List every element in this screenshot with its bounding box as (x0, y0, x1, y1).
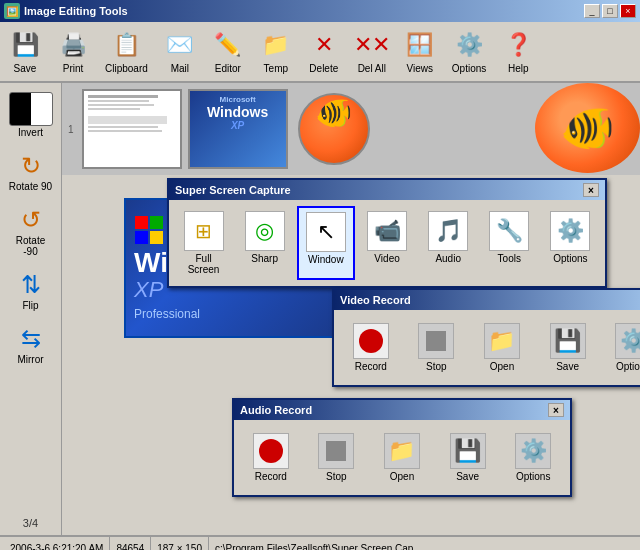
audio-dialog-title-bar: Audio Record × (234, 400, 570, 420)
video-save-label: Save (556, 361, 579, 372)
status-filesize: 84654 (110, 537, 151, 550)
audio-label: Audio (435, 253, 461, 264)
help-button[interactable]: ❓ Help (495, 26, 541, 77)
delete-icon: ✕ (308, 29, 340, 61)
options-icon: ⚙️ (453, 29, 485, 61)
views-button[interactable]: 🪟 Views (397, 26, 443, 77)
fish-image: 🐠 (535, 83, 640, 173)
mail-button[interactable]: ✉️ Mail (157, 26, 203, 77)
audio-save-button[interactable]: 💾 Save (439, 428, 497, 487)
thumbnail-3[interactable]: 🐠 (298, 93, 370, 165)
temp-label: Temp (264, 63, 288, 74)
clipboard-button[interactable]: 📋 Clipboard (98, 26, 155, 77)
delall-icon: ✕✕ (356, 29, 388, 61)
video-stop-icon (418, 323, 454, 359)
editor-button[interactable]: ✏️ Editor (205, 26, 251, 77)
video-open-icon: 📁 (484, 323, 520, 359)
content-wrapper: Invert ↻ Rotate 90 ↺ Rotate -90 ⇅ Flip ⇆… (0, 83, 640, 535)
audio-folder-icon: 📁 (388, 438, 415, 464)
tools-capture-button[interactable]: 🔧 Tools (481, 206, 538, 280)
video-stop-button[interactable]: Stop (408, 318, 466, 377)
sharp-label: Sharp (251, 253, 278, 264)
video-options-button[interactable]: ⚙️ Options (604, 318, 640, 377)
audio-save-icon: 💾 (454, 438, 481, 464)
page-indicator: 3/4 (21, 515, 40, 531)
invert-label: Invert (18, 127, 43, 138)
sharp-capture-button[interactable]: ◎ Sharp (236, 206, 293, 280)
video-open-button[interactable]: 📁 Open (473, 318, 531, 377)
options-button[interactable]: ⚙️ Options (445, 26, 493, 77)
save-icon: 💾 (9, 29, 41, 61)
temp-button[interactable]: 📁 Temp (253, 26, 299, 77)
ssc-dialog-content: ⊞ Full Screen ◎ Sharp ↖ Window 📹 Video (169, 200, 605, 286)
audio-close-button[interactable]: × (548, 403, 564, 417)
audio-options-label: Options (516, 471, 550, 482)
ssc-close-button[interactable]: × (583, 183, 599, 197)
ssc-options-capture-button[interactable]: ⚙️ Options (542, 206, 599, 280)
rotate90-label: Rotate 90 (9, 181, 52, 192)
thumbnail-1[interactable] (82, 89, 182, 169)
rotate-90-icon: ↺ (21, 206, 41, 234)
video-record-label: Record (355, 361, 387, 372)
audio-icon: 🎵 (428, 211, 468, 251)
rotate-90-tool[interactable]: ↺ Rotate -90 (5, 201, 57, 262)
close-button[interactable]: × (620, 4, 636, 18)
status-dimensions: 187 × 150 (151, 537, 209, 550)
audio-open-button[interactable]: 📁 Open (373, 428, 431, 487)
maximize-button[interactable]: □ (602, 4, 618, 18)
audio-stop-label: Stop (326, 471, 347, 482)
print-button[interactable]: 🖨️ Print (50, 26, 96, 77)
video-record-icon (353, 323, 389, 359)
invert-tool[interactable]: Invert (5, 87, 57, 143)
mirror-tool[interactable]: ⇆ Mirror (5, 320, 57, 370)
audio-record-dialog: Audio Record × Record Stop (232, 398, 572, 497)
minimize-button[interactable]: _ (584, 4, 600, 18)
thumbnail-2[interactable]: Microsoft Windows XP (188, 89, 288, 169)
audio-record-button[interactable]: Record (242, 428, 300, 487)
video-dialog-title-bar: Video Record × (334, 290, 640, 310)
editor-label: Editor (215, 63, 241, 74)
audio-options-icon: ⚙️ (515, 433, 551, 469)
invert-icon (9, 92, 53, 126)
window-capture-button[interactable]: ↖ Window (297, 206, 354, 280)
video-record-content: Record Stop 📁 Open 💾 (334, 310, 640, 385)
rotate90-icon: ↻ (21, 152, 41, 180)
video-options-label: Options (616, 361, 640, 372)
video-save-button[interactable]: 💾 Save (539, 318, 597, 377)
audio-record-circle-icon (259, 439, 283, 463)
super-screen-capture-dialog: Super Screen Capture × ⊞ Full Screen ◎ S… (167, 178, 607, 288)
flip-tool[interactable]: ⇅ Flip (5, 266, 57, 316)
page-number: 1 (66, 122, 76, 137)
title-bar-left: 🖼️ Image Editing Tools (4, 3, 128, 19)
fullscreen-capture-button[interactable]: ⊞ Full Screen (175, 206, 232, 280)
print-icon: 🖨️ (57, 29, 89, 61)
audio-open-icon: 📁 (384, 433, 420, 469)
audio-title: Audio Record (240, 404, 312, 416)
audio-options-button[interactable]: ⚙️ Options (504, 428, 562, 487)
mail-label: Mail (171, 63, 189, 74)
video-capture-button[interactable]: 📹 Video (359, 206, 416, 280)
audio-stop-button[interactable]: Stop (308, 428, 366, 487)
rotate90-tool[interactable]: ↻ Rotate 90 (5, 147, 57, 197)
audio-record-label: Record (255, 471, 287, 482)
left-sidebar: Invert ↻ Rotate 90 ↺ Rotate -90 ⇅ Flip ⇆… (0, 83, 62, 535)
audio-capture-button[interactable]: 🎵 Audio (420, 206, 477, 280)
title-bar-buttons: _ □ × (584, 4, 636, 18)
folder-icon: 📁 (488, 328, 515, 354)
audio-save-label: Save (456, 471, 479, 482)
video-record-button[interactable]: Record (342, 318, 400, 377)
video-title: Video Record (340, 294, 411, 306)
flip-label: Flip (22, 300, 38, 311)
delall-button[interactable]: ✕✕ Del All (349, 26, 395, 77)
audio-gear-icon: ⚙️ (520, 438, 547, 464)
options-label: Options (452, 63, 486, 74)
delete-label: Delete (309, 63, 338, 74)
save-label: Save (14, 63, 37, 74)
main-toolbar: 💾 Save 🖨️ Print 📋 Clipboard ✉️ Mail ✏️ E… (0, 22, 640, 83)
delete-button[interactable]: ✕ Delete (301, 26, 347, 77)
tools-label: Tools (498, 253, 521, 264)
audio-record-content: Record Stop 📁 Open 💾 (234, 420, 570, 495)
save-button[interactable]: 💾 Save (2, 26, 48, 77)
ssc-title: Super Screen Capture (175, 184, 291, 196)
clipboard-icon: 📋 (110, 29, 142, 61)
